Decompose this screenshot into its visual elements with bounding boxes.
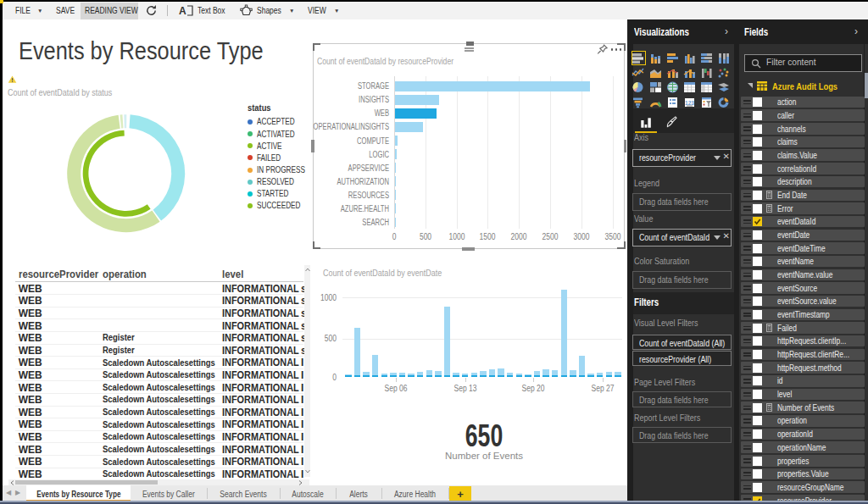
svg-text:123: 123 [685,99,694,105]
